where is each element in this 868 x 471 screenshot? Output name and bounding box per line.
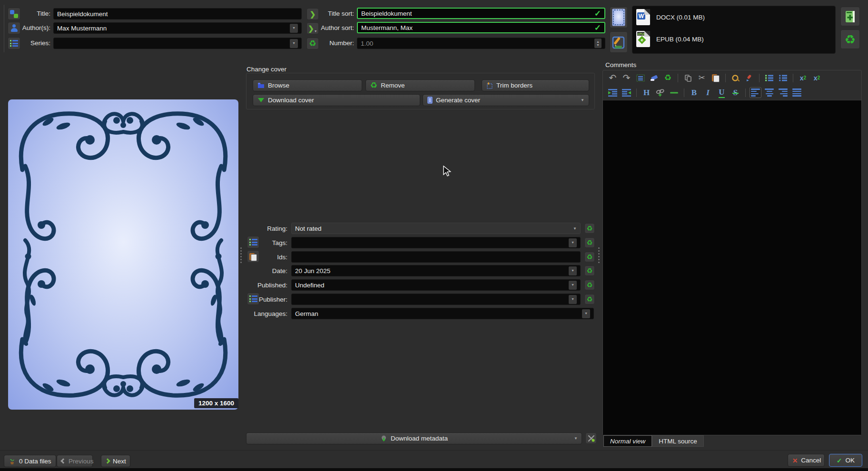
clear-tags-button[interactable] — [584, 237, 595, 248]
formats-list[interactable]: W DOCX (0.01 MB) ePUB EPUB (0.04 MB) — [632, 6, 836, 54]
align-right-button[interactable] — [777, 87, 789, 98]
color-brush-icon — [745, 74, 753, 82]
clear-rating-button[interactable] — [584, 223, 595, 234]
browse-cover-button[interactable]: Browse — [253, 79, 362, 91]
align-justify-icon — [792, 88, 801, 97]
cancel-button[interactable]: ✕ Cancel — [788, 454, 825, 467]
download-cover-button[interactable]: Download cover — [253, 94, 420, 106]
date-dropdown-arrow[interactable] — [569, 266, 577, 275]
comments-textarea[interactable] — [603, 100, 861, 435]
publisher-dropdown-arrow[interactable] — [569, 295, 577, 304]
clear-published-button[interactable] — [584, 280, 595, 290]
add-format-button[interactable] — [840, 7, 860, 26]
copy-button[interactable] — [682, 72, 694, 83]
remove-cover-button[interactable]: Remove — [365, 79, 475, 91]
swap-title-author-button[interactable] — [8, 8, 20, 20]
download-metadata-menu-arrow[interactable]: ▼ — [574, 436, 578, 441]
authors-input[interactable]: Max Mustermann — [53, 22, 302, 34]
toolbar-separator — [745, 88, 746, 97]
rating-select[interactable]: Not rated▼ — [291, 223, 581, 234]
clear-publisher-button[interactable] — [584, 294, 595, 304]
recycle-icon — [587, 282, 593, 288]
superscript-button[interactable]: x2 — [797, 72, 809, 83]
background-color-button[interactable] — [730, 72, 741, 83]
remove-format-button[interactable] — [840, 29, 860, 49]
date-input[interactable]: 20 Jun 2025 — [291, 265, 581, 276]
author-sort-input[interactable]: Mustermann, Max — [357, 22, 605, 33]
paste-button[interactable] — [710, 72, 721, 83]
format-row-epub[interactable]: ePUB EPUB (0.04 MB) — [632, 28, 835, 50]
languages-dropdown-arrow[interactable] — [582, 309, 590, 318]
clear-comments-button[interactable] — [662, 72, 674, 83]
cover-thumbnail-button[interactable] — [610, 7, 628, 28]
ordered-list-button[interactable] — [763, 72, 775, 83]
align-center-button[interactable] — [763, 87, 775, 98]
published-dropdown-arrow[interactable] — [569, 281, 577, 290]
title-sort-ok-icon — [594, 9, 601, 19]
series-dropdown-arrow[interactable] — [290, 39, 298, 48]
strikethrough-button[interactable]: S — [730, 87, 741, 98]
series-input[interactable] — [53, 38, 302, 49]
generate-cover-button[interactable]: Generate cover ▼ — [423, 94, 589, 106]
publisher-input[interactable] — [291, 294, 581, 305]
series-number-input[interactable]: 1.00 — [357, 38, 605, 49]
underline-button[interactable]: U — [716, 87, 728, 98]
insert-rule-button[interactable] — [668, 87, 680, 98]
cover-image[interactable]: 1200 x 1600 — [8, 99, 238, 410]
left-splitter-handle[interactable] — [240, 247, 242, 263]
configure-metadata-download-button[interactable] — [585, 432, 597, 444]
indent-less-button[interactable] — [621, 87, 632, 98]
foreground-color-button[interactable] — [743, 72, 755, 83]
data-files-button[interactable]: 0 Data files — [4, 455, 56, 467]
languages-input[interactable]: German — [291, 308, 594, 319]
comments-toolbar: ↶ ↷ ✂ x2 x2 H B — [603, 70, 861, 100]
ok-button[interactable]: ✓ OK — [829, 454, 862, 467]
published-input[interactable]: Undefined — [291, 279, 581, 291]
manage-series-button[interactable] — [8, 37, 20, 49]
tab-normal-view[interactable]: Normal view — [603, 435, 652, 447]
cut-button[interactable]: ✂ — [696, 72, 708, 83]
align-right-icon — [779, 88, 788, 97]
change-cover-title: Change cover — [247, 66, 286, 73]
edit-cover-button[interactable] — [610, 31, 628, 53]
format-row-docx[interactable]: W DOCX (0.01 MB) — [632, 6, 835, 28]
remove-formatting-button[interactable] — [648, 72, 660, 83]
number-spinner[interactable] — [594, 39, 602, 48]
trim-borders-button[interactable]: Trim borders — [482, 79, 589, 91]
add-book-icon — [844, 10, 857, 23]
italic-button[interactable]: I — [702, 87, 714, 98]
folder-icon — [257, 82, 265, 88]
bold-button[interactable]: B — [688, 87, 700, 98]
heading-button[interactable]: H — [641, 87, 652, 98]
toolbar-separator — [684, 88, 684, 97]
subscript-button[interactable]: x2 — [811, 72, 823, 83]
download-metadata-button[interactable]: Download metadata ▼ — [246, 432, 582, 444]
number-label: Number: — [309, 39, 354, 47]
authors-dropdown-arrow[interactable] — [290, 24, 298, 33]
tab-html-source[interactable]: HTML source — [652, 435, 704, 447]
ids-input[interactable] — [291, 251, 581, 263]
undo-button[interactable]: ↶ — [607, 72, 619, 83]
tags-dropdown-arrow[interactable] — [569, 238, 577, 247]
clear-date-button[interactable] — [584, 265, 595, 276]
unordered-list-button[interactable] — [777, 72, 789, 83]
clear-ids-button[interactable] — [584, 252, 595, 262]
title-input[interactable]: Beispieldokument — [53, 8, 302, 20]
insert-link-button[interactable] — [654, 87, 666, 98]
tags-label: Tags: — [247, 239, 287, 246]
generate-cover-menu-arrow[interactable]: ▼ — [581, 98, 584, 102]
next-button[interactable]: Next — [101, 455, 130, 467]
previous-button[interactable]: Previous — [57, 455, 93, 467]
author-sort-ok-icon — [594, 23, 601, 33]
tags-input[interactable] — [291, 237, 581, 248]
redo-button[interactable]: ↷ — [621, 72, 632, 83]
indent-more-button[interactable] — [607, 87, 619, 98]
title-sort-input[interactable]: Beispieldokument — [357, 8, 605, 19]
cover-art — [8, 99, 238, 410]
right-splitter-handle[interactable] — [598, 247, 600, 263]
comments-view-tabs: Normal view HTML source — [603, 435, 704, 447]
align-justify-button[interactable] — [791, 87, 803, 98]
configure-icon — [588, 435, 595, 442]
align-left-button[interactable] — [750, 87, 761, 98]
select-all-button[interactable] — [634, 72, 646, 83]
